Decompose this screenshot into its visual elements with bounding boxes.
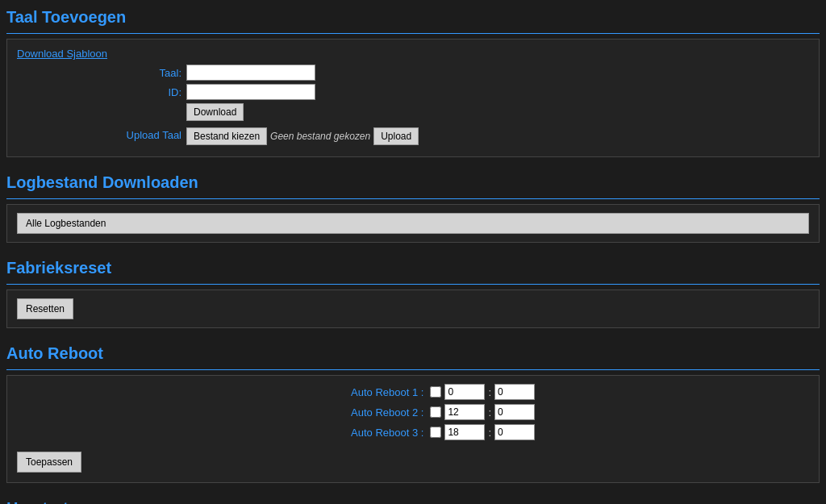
no-file-text: Geen bestand gekozen: [270, 131, 370, 142]
logbestand-box: Alle Logbestanden: [6, 204, 820, 243]
auto-reboot-row-3: Auto Reboot 3 : :: [17, 424, 809, 440]
auto-reboot-row-1: Auto Reboot 1 : :: [17, 384, 809, 400]
auto-reboot-row-2: Auto Reboot 2 : :: [17, 404, 809, 420]
auto-reboot-2-label: Auto Reboot 2 :: [330, 406, 427, 419]
auto-reboot-2-hour[interactable]: [444, 404, 485, 420]
upload-row: Upload Taal Bestand kiezen Geen bestand …: [17, 124, 809, 145]
bestand-kiezen-button[interactable]: Bestand kiezen: [186, 127, 267, 145]
id-label: ID:: [17, 86, 186, 98]
auto-reboot-2-colon: :: [488, 406, 491, 419]
auto-reboot-box: Auto Reboot 1 : : Auto Reboot 2 : : Auto…: [6, 375, 820, 483]
auto-reboot-title: Auto Reboot: [6, 336, 820, 370]
auto-reboot-3-hour[interactable]: [444, 424, 485, 440]
logbestand-title: Logbestand Downloaden: [6, 165, 820, 199]
auto-reboot-3-checkbox[interactable]: [430, 427, 441, 438]
taal-toevoegen-box: Download Sjabloon Taal: ID: Download Upl…: [6, 39, 820, 157]
alle-logbestanden-button[interactable]: Alle Logbestanden: [17, 213, 809, 234]
download-button-row: Download: [17, 103, 809, 121]
auto-reboot-1-colon: :: [488, 386, 491, 398]
auto-reboot-2-minute[interactable]: [494, 404, 535, 420]
auto-reboot-3-label: Auto Reboot 3 :: [330, 427, 427, 439]
auto-reboot-3-colon: :: [488, 427, 491, 439]
download-sjabloon-link[interactable]: Download Sjabloon: [17, 48, 809, 60]
auto-reboot-1-checkbox[interactable]: [430, 386, 441, 398]
auto-reboot-1-label: Auto Reboot 1 :: [330, 386, 427, 398]
id-input[interactable]: [186, 84, 315, 100]
toepassen-button[interactable]: Toepassen: [17, 452, 81, 473]
auto-reboot-3-minute[interactable]: [494, 424, 535, 440]
page-container: Taal Toevoegen Download Sjabloon Taal: I…: [0, 0, 826, 504]
auto-reboot-2-checkbox[interactable]: [430, 406, 441, 418]
auto-reboot-1-hour[interactable]: [444, 384, 485, 400]
fabrieksreset-box: Resetten: [6, 289, 820, 328]
auto-reboot-1-minute[interactable]: [494, 384, 535, 400]
fabrieksreset-title: Fabrieksreset: [6, 251, 820, 285]
id-row: ID:: [17, 84, 809, 100]
upload-button[interactable]: Upload: [373, 127, 419, 145]
upload-controls: Bestand kiezen Geen bestand gekozen Uplo…: [186, 127, 419, 145]
reboot-rows-container: Auto Reboot 1 : : Auto Reboot 2 : : Auto…: [17, 384, 809, 440]
taal-label: Taal:: [17, 67, 186, 79]
taal-row: Taal:: [17, 65, 809, 81]
herstart-title: Herstart: [6, 491, 820, 504]
taal-input[interactable]: [186, 65, 315, 81]
taal-toevoegen-title: Taal Toevoegen: [6, 0, 820, 34]
upload-taal-label: Upload Taal: [17, 129, 186, 141]
download-button[interactable]: Download: [186, 103, 244, 121]
resetten-button[interactable]: Resetten: [17, 298, 73, 319]
